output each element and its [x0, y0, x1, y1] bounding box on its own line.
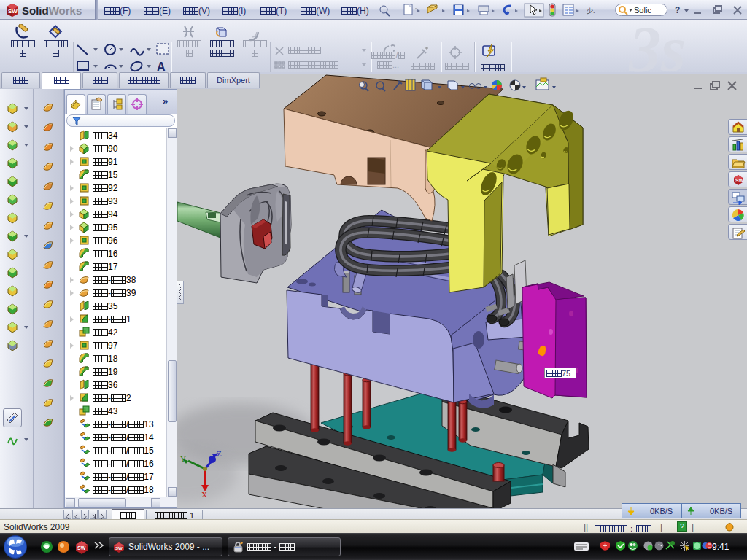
svg-text:SW: SW	[8, 8, 18, 15]
svg-text:SW: SW	[115, 546, 123, 551]
svg-text:A: A	[157, 61, 166, 73]
svg-text:少..: 少..	[587, 7, 595, 15]
svg-text:SolidWorks: SolidWorks	[22, 4, 82, 17]
svg-text:Y: Y	[180, 454, 186, 463]
svg-text:SW: SW	[735, 178, 744, 183]
svg-text:Z: Z	[217, 449, 222, 458]
svg-text:SW: SW	[77, 545, 86, 551]
svg-text:X: X	[201, 490, 207, 499]
